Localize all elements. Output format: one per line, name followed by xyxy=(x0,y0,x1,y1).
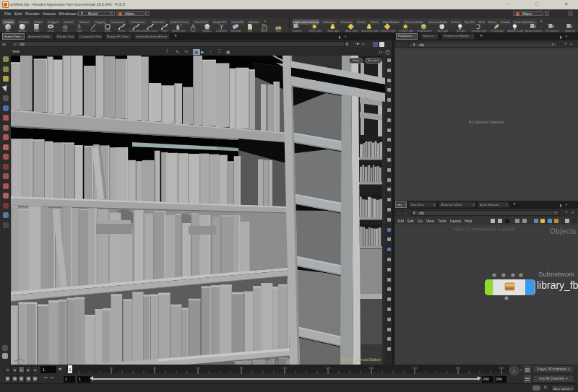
svg-text:180: 180 xyxy=(456,366,461,370)
svg-text:20: 20 xyxy=(110,366,113,370)
svg-text:140: 140 xyxy=(369,366,374,370)
svg-text:100: 100 xyxy=(282,366,288,370)
svg-text:40: 40 xyxy=(153,366,157,370)
svg-text:60: 60 xyxy=(197,366,200,370)
svg-text:80: 80 xyxy=(240,366,243,370)
svg-text:200: 200 xyxy=(499,366,504,370)
svg-text:160: 160 xyxy=(413,366,418,370)
svg-text:A: A xyxy=(191,24,195,30)
svg-text:120: 120 xyxy=(326,366,331,370)
